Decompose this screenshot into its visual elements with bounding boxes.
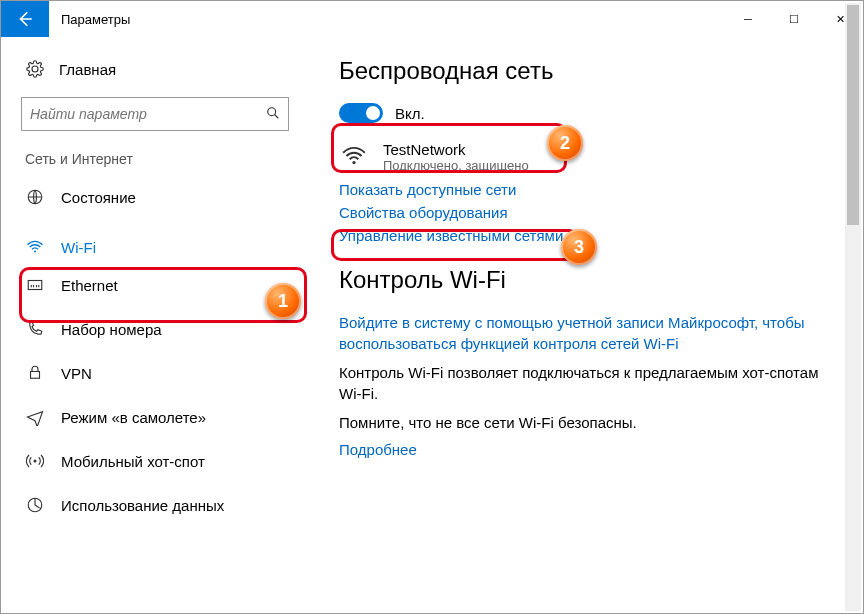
arrow-left-icon: [16, 10, 34, 28]
svg-point-3: [34, 251, 36, 253]
scrollbar[interactable]: [845, 3, 861, 611]
window-title: Параметры: [49, 1, 142, 37]
phone-icon: [25, 319, 45, 339]
sidebar-item-hotspot[interactable]: Мобильный хот-спот: [1, 439, 309, 483]
wifi-control-warn: Помните, что не все сети Wi-Fi безопасны…: [339, 412, 833, 433]
link-learn-more[interactable]: Подробнее: [339, 441, 833, 458]
sidebar-home-label: Главная: [59, 61, 116, 78]
airplane-icon: [25, 407, 45, 427]
sidebar-category: Сеть и Интернет: [1, 143, 309, 175]
hotspot-icon: [25, 451, 45, 471]
sidebar-item-label: Набор номера: [61, 321, 162, 338]
search-input[interactable]: [30, 106, 266, 122]
sidebar-item-label: Мобильный хот-спот: [61, 453, 205, 470]
search-box[interactable]: [21, 97, 289, 131]
sidebar-home[interactable]: Главная: [1, 49, 309, 89]
sidebar-item-wifi[interactable]: Wi-Fi: [1, 219, 309, 263]
sidebar-item-label: VPN: [61, 365, 92, 382]
sidebar: Главная Сеть и Интернет Состояние Wi-Fi: [1, 37, 309, 613]
sidebar-item-status[interactable]: Состояние: [1, 175, 309, 219]
wifi-toggle-row: Вкл.: [339, 103, 833, 123]
vpn-icon: [25, 363, 45, 383]
wifi-signal-icon: [339, 141, 369, 171]
sidebar-item-label: Wi-Fi: [61, 239, 96, 256]
network-name: TestNetwork: [383, 141, 529, 158]
link-hardware-props[interactable]: Свойства оборудования: [339, 204, 833, 221]
heading-wireless: Беспроводная сеть: [339, 57, 833, 85]
svg-rect-4: [28, 281, 42, 290]
sidebar-item-label: Состояние: [61, 189, 136, 206]
scrollbar-thumb[interactable]: [847, 5, 859, 225]
wifi-icon: [25, 237, 45, 257]
data-icon: [25, 495, 45, 515]
link-known-networks[interactable]: Управление известными сетями: [339, 227, 833, 244]
sidebar-item-label: Режим «в самолете»: [61, 409, 206, 426]
back-button[interactable]: [1, 1, 49, 37]
sidebar-item-vpn[interactable]: VPN: [1, 351, 309, 395]
link-show-available[interactable]: Показать доступные сети: [339, 181, 833, 198]
search-icon: [266, 106, 280, 123]
globe-icon: [25, 187, 45, 207]
titlebar: Параметры ─ ☐ ✕: [1, 1, 863, 37]
svg-point-6: [34, 460, 37, 463]
wifi-control-desc: Контроль Wi-Fi позволяет подключаться к …: [339, 362, 833, 404]
heading-wifi-control: Контроль Wi-Fi: [339, 266, 833, 294]
network-status: Подключено, защищено: [383, 158, 529, 173]
svg-point-8: [352, 161, 355, 164]
sidebar-item-ethernet[interactable]: Ethernet: [1, 263, 309, 307]
sidebar-item-dialup[interactable]: Набор номера: [1, 307, 309, 351]
sidebar-item-datausage[interactable]: Использование данных: [1, 483, 309, 527]
sidebar-item-label: Использование данных: [61, 497, 224, 514]
link-signin-ms[interactable]: Войдите в систему с помощью учетной запи…: [339, 312, 833, 354]
sidebar-item-label: Ethernet: [61, 277, 118, 294]
current-network[interactable]: TestNetwork Подключено, защищено: [339, 141, 833, 173]
maximize-button[interactable]: ☐: [771, 1, 817, 37]
gear-icon: [25, 59, 45, 79]
wifi-toggle[interactable]: [339, 103, 383, 123]
svg-line-1: [275, 114, 279, 118]
minimize-button[interactable]: ─: [725, 1, 771, 37]
wifi-toggle-label: Вкл.: [395, 105, 425, 122]
svg-point-0: [268, 107, 276, 115]
main-panel: Беспроводная сеть Вкл. TestNetwork Подкл…: [309, 37, 863, 613]
sidebar-item-airplane[interactable]: Режим «в самолете»: [1, 395, 309, 439]
svg-rect-5: [31, 372, 40, 379]
ethernet-icon: [25, 275, 45, 295]
